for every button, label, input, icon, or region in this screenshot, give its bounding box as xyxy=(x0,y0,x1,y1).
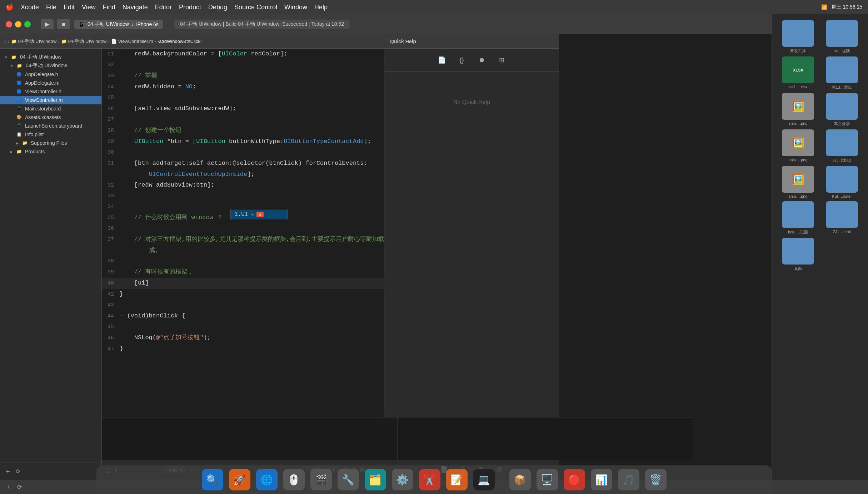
menu-view[interactable]: View xyxy=(82,4,96,11)
sidebar-item-root[interactable]: ▼ 📁 04-手动 UIWindow xyxy=(0,53,101,61)
sidebar-item-group[interactable]: ▼ 📁 04-手动 UIWindow xyxy=(0,61,101,70)
nav-forward[interactable]: › xyxy=(8,38,9,45)
xlsx-icon: XLSX xyxy=(782,56,814,83)
sidebar-item-appdelegate-m[interactable]: 🔵 AppDelegate.m xyxy=(0,79,101,87)
storyboard-icon: 📱 xyxy=(16,123,22,129)
file-item-xlsx[interactable]: XLSX ios1….xlsx xyxy=(778,56,819,90)
line-number: 44 xyxy=(102,311,120,322)
sidebar-item-info-plist[interactable]: 📋 Info.plist xyxy=(0,130,101,139)
menu-source-control[interactable]: Source Control xyxy=(234,4,277,11)
dock-tools[interactable]: 🔧 xyxy=(338,469,359,490)
folder-icon xyxy=(782,238,814,265)
scheme-selector[interactable]: 📱 04-手动 UIWindow › iPhone 6s xyxy=(74,20,163,29)
dock-extra3[interactable]: 🔴 xyxy=(564,469,585,490)
file-item-ksi[interactable]: KSI….aster xyxy=(822,166,863,198)
dock-launchpad[interactable]: 🚀 xyxy=(229,469,250,490)
sidebar-item-viewcontroller-m[interactable]: 🔵 ViewController.m xyxy=(0,96,101,104)
grid-icon[interactable]: ⊞ xyxy=(496,54,508,66)
run-button[interactable]: ▶ xyxy=(41,19,54,29)
bottom-panel xyxy=(102,417,693,460)
code-line-42: 42 } xyxy=(102,289,384,300)
dock-terminal[interactable]: 💻 xyxy=(473,469,495,490)
dock-system[interactable]: ⚙️ xyxy=(392,469,413,490)
folder-icon xyxy=(826,93,858,120)
add-icon[interactable]: ＋ xyxy=(4,466,11,476)
breadcrumb-item-4[interactable]: -addWindowBtnClick: xyxy=(158,39,202,44)
minimize-button[interactable] xyxy=(15,21,21,28)
file-item-snip2[interactable]: 🖼️ snip….png xyxy=(778,129,819,163)
stop-button[interactable]: ■ xyxy=(57,19,70,29)
sidebar-item-products[interactable]: ▶ 📁 Products xyxy=(0,147,101,156)
status-icon-refresh[interactable]: ⟳ xyxy=(17,484,22,490)
apple-logo: 🍎 xyxy=(6,3,14,11)
file-item-car[interactable]: 车月分享 xyxy=(822,93,863,127)
file-item-ios1[interactable]: ios1….试题 xyxy=(778,201,819,235)
file-item-snip3[interactable]: 🖼️ snip….png xyxy=(778,166,819,198)
record-icon[interactable]: ⏺ xyxy=(476,54,488,66)
sidebar: ▼ 📁 04-手动 UIWindow ▼ 📁 04-手动 UIWindow 🔵 … xyxy=(0,49,102,480)
dock-safari[interactable]: 🌐 xyxy=(256,469,278,490)
dock-extra4[interactable]: 📊 xyxy=(591,469,612,490)
menu-editor[interactable]: Editor xyxy=(155,4,172,11)
nav-back[interactable]: ‹ xyxy=(4,38,6,45)
dock-notes[interactable]: 📝 xyxy=(446,469,468,490)
assets-icon: 🎨 xyxy=(16,114,22,120)
line-number: 30 xyxy=(102,147,120,158)
menu-edit[interactable]: Edit xyxy=(64,4,75,11)
quick-help-title: Quick Help xyxy=(390,39,416,44)
file-item-snip1[interactable]: 🖼️ snip….png xyxy=(778,93,819,127)
dock-trash[interactable]: 🗑️ xyxy=(645,469,667,490)
dock-extra1[interactable]: 📦 xyxy=(509,469,531,490)
menu-window[interactable]: Window xyxy=(284,4,307,11)
autocomplete-item[interactable]: 1.UI ⇥ S xyxy=(231,210,287,219)
device-separator: › xyxy=(132,21,134,27)
close-button[interactable] xyxy=(6,21,12,28)
code-line-39: 39 // 有时候有的框架， xyxy=(102,267,384,278)
menu-file[interactable]: File xyxy=(46,4,56,11)
file-item-13[interactable]: 第13…业班 xyxy=(822,56,863,90)
braces-icon[interactable]: {} xyxy=(456,54,468,66)
plist-icon: 📋 xyxy=(16,131,22,138)
dock-files[interactable]: 🗂️ xyxy=(365,469,386,490)
filter-icon[interactable]: ⟳ xyxy=(16,468,20,475)
breadcrumb-item-1[interactable]: 📁 04-手动 UIWindow xyxy=(11,38,57,45)
menu-xcode[interactable]: Xcode xyxy=(21,4,39,11)
menu-find[interactable]: Find xyxy=(103,4,115,11)
dock-extra2[interactable]: 🖥️ xyxy=(537,469,558,490)
menu-help[interactable]: Help xyxy=(314,4,328,11)
menu-product[interactable]: Product xyxy=(179,4,201,11)
status-icon-add[interactable]: ＋ xyxy=(6,483,11,491)
breadcrumb-item-3[interactable]: 📄 ViewController.m xyxy=(111,39,153,44)
sidebar-label: ViewController.m xyxy=(25,97,63,103)
menu-debug[interactable]: Debug xyxy=(208,4,227,11)
breadcrumb-sep-1: › xyxy=(58,39,59,44)
code-line-36: 36 xyxy=(102,223,384,234)
dock-video[interactable]: 🎬 xyxy=(310,469,332,490)
line-number: 31 xyxy=(102,158,120,169)
dock-extra5[interactable]: 🎵 xyxy=(618,469,639,490)
code-editor[interactable]: 21 redW.backgroundColor = [UIColor redCo… xyxy=(102,49,384,465)
dock-app1[interactable]: ✂️ xyxy=(419,469,440,490)
sidebar-item-viewcontroller-h[interactable]: 🔵 ViewController.h xyxy=(0,87,101,96)
sidebar-item-supporting-files[interactable]: ▶ 📁 Supporting Files xyxy=(0,139,101,147)
file-item-kaifa[interactable]: 开发工具 xyxy=(778,20,819,54)
autocomplete-popup[interactable]: 1.UI ⇥ S xyxy=(230,209,288,220)
sidebar-item-appdelegate-h[interactable]: 🔵 AppDelegate.h xyxy=(0,70,101,79)
sidebar-bottom: ＋ ⟳ xyxy=(0,463,101,480)
line-number: 27 xyxy=(102,114,120,125)
dock-mouse[interactable]: 🖱️ xyxy=(283,469,305,490)
fullscreen-button[interactable] xyxy=(24,21,31,28)
file-item-07[interactable]: 07…(优化) xyxy=(822,129,863,163)
dock-finder[interactable]: 🔍 xyxy=(202,469,223,490)
menu-navigate[interactable]: Navigate xyxy=(123,4,148,11)
file-item-zjl[interactable]: ZJL…etail xyxy=(822,201,863,235)
file-label: 第13…业班 xyxy=(832,85,852,90)
file-item-weivideo[interactable]: 未…视频 xyxy=(822,20,863,54)
sidebar-item-launch-storyboard[interactable]: 📱 LaunchScreen.storyboard xyxy=(0,122,101,130)
breadcrumb-item-2[interactable]: 📁 04-手动 UIWindow xyxy=(61,38,107,45)
new-doc-icon[interactable]: 📄 xyxy=(436,54,448,66)
file-item-desktop[interactable]: 桌面 xyxy=(778,238,819,271)
sidebar-item-main-storyboard[interactable]: 📱 Main.storyboard xyxy=(0,104,101,113)
line-number: 42 xyxy=(102,289,120,300)
sidebar-item-assets[interactable]: 🎨 Assets.xcassets xyxy=(0,113,101,122)
